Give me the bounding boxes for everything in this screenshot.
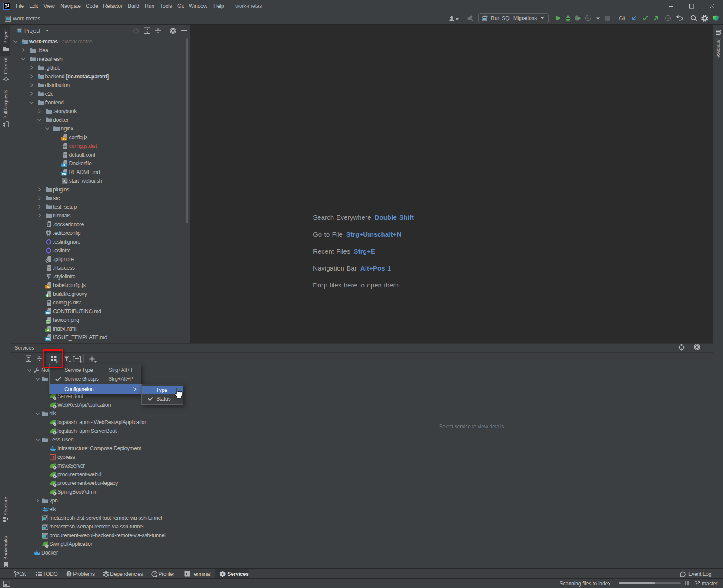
- svg-text:G: G: [46, 294, 48, 297]
- svg-text:H: H: [47, 329, 49, 332]
- svg-text:B: B: [48, 274, 50, 277]
- svg-text:MD: MD: [46, 311, 50, 314]
- svg-text:JS: JS: [46, 285, 50, 288]
- svg-text:D: D: [63, 164, 65, 167]
- svg-text:MD: MD: [46, 337, 50, 341]
- svg-text:JS: JS: [62, 137, 66, 140]
- svg-text:MD: MD: [62, 172, 66, 175]
